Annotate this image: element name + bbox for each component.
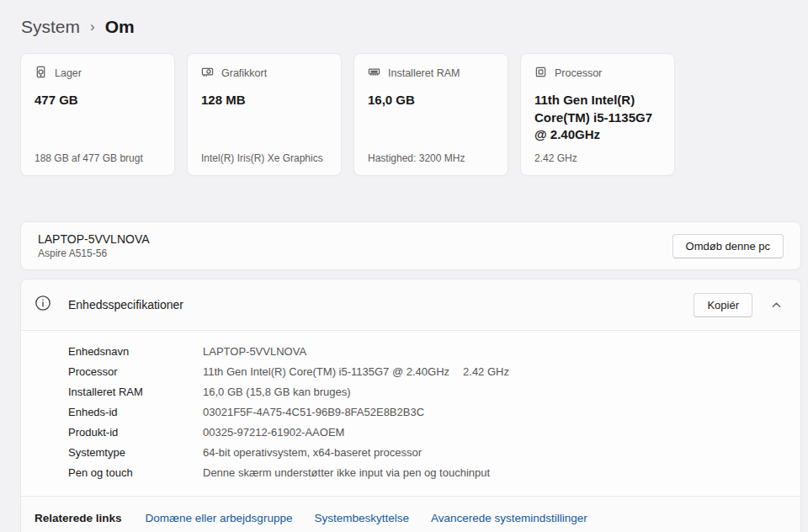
- card-label: Processor: [555, 67, 602, 79]
- related-links-title: Relaterede links: [35, 512, 122, 524]
- link-domain-workgroup[interactable]: Domæne eller arbejdsgruppe: [146, 512, 293, 524]
- breadcrumb-system[interactable]: System: [21, 17, 80, 37]
- device-specs-panel: Enhedsspecifikationer Kopiér Enhedsnavn …: [20, 279, 801, 532]
- card-graphics: Grafikkort 128 MB Intel(R) Iris(R) Xe Gr…: [187, 53, 342, 176]
- card-value: 128 MB: [201, 92, 327, 109]
- related-links-bar: Relaterede links Domæne eller arbejdsgru…: [21, 496, 800, 532]
- storage-icon: [35, 66, 47, 81]
- card-label: Grafikkort: [221, 67, 267, 79]
- card-detail: 188 GB af 477 GB brugt: [35, 152, 161, 164]
- card-detail: 2.42 GHz: [534, 152, 661, 164]
- chevron-up-icon[interactable]: [768, 296, 785, 314]
- summary-cards: Lager 477 GB 188 GB af 477 GB brugt Graf…: [20, 53, 808, 176]
- device-name: LAPTOP-5VVLNOVA: [38, 232, 150, 246]
- gpu-icon: [201, 66, 214, 81]
- breadcrumb: System › Om: [0, 0, 808, 40]
- copy-button[interactable]: Kopiér: [694, 293, 752, 317]
- spec-row-device-id: Enheds-id 03021F5F-4A75-4C51-96B9-8FA52E…: [68, 402, 787, 423]
- spec-row-pen-touch: Pen og touch Denne skærm understøtter ik…: [68, 463, 787, 483]
- device-specs-expander-header[interactable]: Enhedsspecifikationer Kopiér: [21, 279, 800, 330]
- ram-icon: [368, 66, 380, 81]
- device-name-panel: LAPTOP-5VVLNOVA Aspire A515-56 Omdøb den…: [20, 221, 801, 270]
- page-title: Om: [105, 17, 135, 37]
- breadcrumb-chevron-icon: ›: [90, 18, 95, 35]
- card-value: 16,0 GB: [368, 92, 494, 109]
- device-specs-title: Enhedsspecifikationer: [68, 298, 183, 311]
- spec-row-device-name: Enhedsnavn LAPTOP-5VVLNOVA: [68, 342, 787, 362]
- cpu-icon: [534, 66, 547, 81]
- device-specs-list: Enhedsnavn LAPTOP-5VVLNOVA Processor 11t…: [21, 330, 800, 496]
- card-label: Installeret RAM: [388, 67, 460, 79]
- spec-row-product-id: Produkt-id 00325-97212-61902-AAOEM: [68, 423, 787, 443]
- card-label: Lager: [55, 67, 82, 79]
- device-model: Aspire A515-56: [38, 247, 150, 259]
- spec-row-system-type: Systemtype 64-bit operativsystem, x64-ba…: [68, 443, 787, 463]
- card-storage: Lager 477 GB 188 GB af 477 GB brugt: [20, 53, 175, 176]
- link-advanced-system-settings[interactable]: Avancerede systemindstillinger: [431, 512, 587, 524]
- card-ram: Installeret RAM 16,0 GB Hastighed: 3200 …: [354, 53, 508, 176]
- link-system-protection[interactable]: Systembeskyttelse: [314, 512, 409, 524]
- card-processor: Processor 11th Gen Intel(R) Core(TM) i5-…: [520, 53, 675, 176]
- card-value: 11th Gen Intel(R) Core(TM) i5-1135G7 @ 2…: [534, 92, 661, 144]
- card-detail: Hastighed: 3200 MHz: [368, 152, 494, 164]
- card-value: 477 GB: [35, 92, 161, 109]
- rename-pc-button[interactable]: Omdøb denne pc: [672, 234, 784, 258]
- card-detail: Intel(R) Iris(R) Xe Graphics: [201, 152, 327, 164]
- spec-row-processor: Processor 11th Gen Intel(R) Core(TM) i5-…: [68, 362, 787, 382]
- info-icon: [35, 295, 51, 315]
- spec-row-ram: Installeret RAM 16,0 GB (15,8 GB kan bru…: [68, 382, 787, 402]
